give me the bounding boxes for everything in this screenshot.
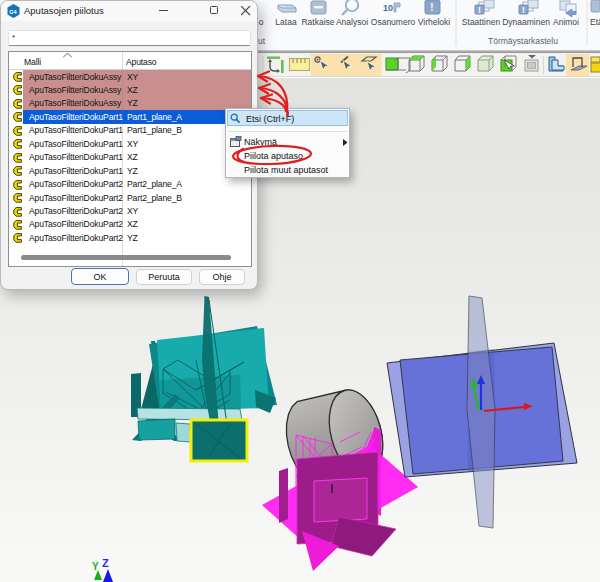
svg-text:Z: Z [102,557,109,569]
svg-text:G4: G4 [9,9,17,15]
